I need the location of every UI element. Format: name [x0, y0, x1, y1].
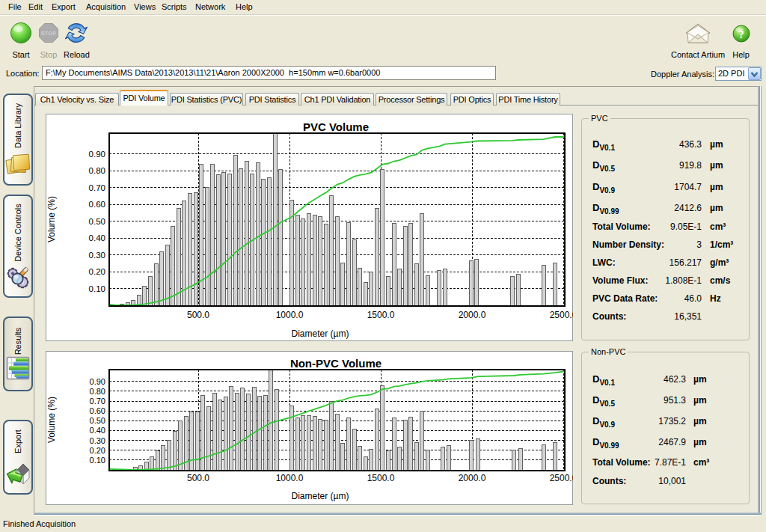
svg-text:0.80: 0.80 [90, 387, 105, 396]
svg-text:0.70: 0.70 [90, 397, 105, 406]
svg-text:0.50: 0.50 [90, 416, 105, 425]
svg-text:?: ? [738, 28, 744, 40]
svg-text:1000.0: 1000.0 [276, 473, 304, 483]
svg-text:0.10: 0.10 [89, 284, 105, 293]
svg-text:Volume (%): Volume (%) [46, 397, 57, 443]
svg-text:1500.0: 1500.0 [367, 310, 395, 320]
svg-text:0.60: 0.60 [89, 200, 105, 209]
svg-text:0.50: 0.50 [89, 217, 105, 226]
svg-text:2000.0: 2000.0 [459, 310, 486, 320]
svg-text:0.60: 0.60 [90, 406, 105, 415]
svg-text:0.30: 0.30 [90, 436, 105, 445]
svg-text:0.20: 0.20 [89, 267, 105, 276]
svg-text:0.80: 0.80 [89, 166, 105, 175]
svg-text:0.90: 0.90 [90, 377, 105, 386]
svg-text:0.40: 0.40 [89, 233, 105, 242]
svg-text:0.10: 0.10 [90, 456, 105, 465]
svg-text:PVC Volume: PVC Volume [303, 120, 369, 133]
svg-text:1500.0: 1500.0 [367, 473, 395, 483]
svg-text:2500.0: 2500.0 [550, 310, 573, 320]
svg-text:0.40: 0.40 [90, 426, 105, 435]
svg-text:Volume (%): Volume (%) [46, 196, 57, 242]
svg-text:Diameter (µm): Diameter (µm) [292, 328, 349, 339]
svg-text:Diameter (µm): Diameter (µm) [292, 491, 349, 501]
svg-text:STOP: STOP [41, 30, 56, 37]
svg-text:2000.0: 2000.0 [459, 473, 486, 483]
svg-text:500.0: 500.0 [187, 473, 209, 483]
svg-text:0.30: 0.30 [89, 251, 105, 260]
svg-text:0.20: 0.20 [90, 446, 105, 455]
svg-text:1000.0: 1000.0 [276, 310, 304, 320]
svg-text:Non-PVC Volume: Non-PVC Volume [290, 357, 382, 370]
svg-text:0.90: 0.90 [89, 150, 105, 159]
svg-text:500.0: 500.0 [187, 310, 209, 320]
svg-text:2500.0: 2500.0 [550, 473, 573, 483]
svg-text:0.70: 0.70 [89, 183, 105, 192]
